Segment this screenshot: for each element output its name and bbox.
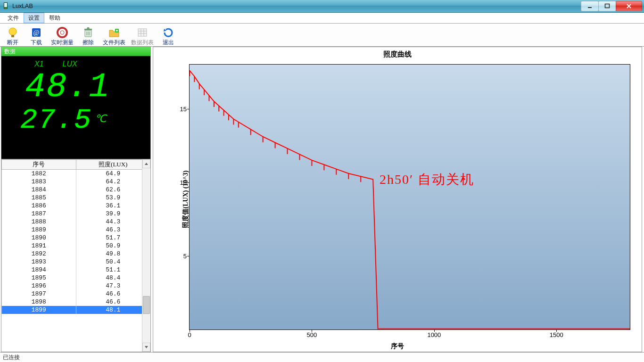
svg-rect-4 [605,4,610,8]
col-seq: 序号 [33,161,45,168]
svg-rect-3 [588,7,592,8]
exit-icon [162,26,174,39]
scroll-thumb[interactable] [143,296,150,314]
table-row[interactable]: 189051.7 [2,234,150,242]
chart-annotation: 2h50′ 自动关机 [380,171,474,189]
table-row[interactable]: 189548.4 [2,274,150,282]
menu-help[interactable]: 帮助 [44,13,65,23]
menu-settings[interactable]: 设置 [24,13,44,23]
table-row[interactable]: 189249.8 [2,250,150,258]
scroll-up-button[interactable] [142,159,150,168]
toolbar-datalist[interactable]: 数据列表 [131,26,154,46]
data-panel: 数据 X1 LUX 48.1 27.5 ℃ 序号 照度(LUX) [1,47,151,352]
table-row[interactable]: 188264.9 [2,170,150,178]
menu-file[interactable]: 文件 [3,13,24,23]
download-icon: @ [30,26,42,39]
svg-rect-14 [138,29,147,36]
table-row[interactable]: 188844.3 [2,218,150,226]
ytick: 5 [183,252,187,259]
lux-display: X1 LUX 48.1 27.5 ℃ [1,56,150,159]
toolbar-exit[interactable]: 退出 [159,26,177,46]
table-row[interactable]: 188553.9 [2,194,150,202]
display-temp-value: 27.5 [20,106,92,134]
statusbar: 已连接 [0,352,644,362]
xtick: 1500 [550,331,563,338]
table-row[interactable]: 189846.6 [2,298,150,306]
data-panel-header: 数据 [1,47,150,56]
window-close-button[interactable] [616,1,642,11]
xtick: 500 [307,331,317,338]
svg-rect-12 [84,29,92,30]
menubar: 文件 设置 帮助 [0,13,644,24]
lifebuoy-icon [56,26,68,39]
window-maximize-button[interactable] [598,1,616,11]
table-row[interactable]: 188462.6 [2,186,150,194]
toolbar-erase[interactable]: 擦除 [79,26,97,46]
toolbar-realtime[interactable]: 实时测量 [51,26,74,46]
table-row[interactable]: 188364.2 [2,178,150,186]
chart-plot-area: 51015050010001500 [189,64,630,330]
svg-text:@: @ [33,29,40,36]
svg-point-10 [60,31,64,34]
chart-panel: 照度曲线 照度值(LUX) (10^3) 序号 5101505001000150… [153,47,642,352]
svg-rect-6 [11,35,14,37]
toolbar-disconnect[interactable]: 断开 [4,26,22,46]
table-row[interactable]: 189350.4 [2,258,150,266]
chart-xlabel: 序号 [153,342,642,351]
window-minimize-button[interactable] [581,1,599,11]
xtick: 0 [188,331,191,338]
scroll-down-button[interactable] [142,343,150,352]
table-row[interactable]: 189150.9 [2,242,150,250]
svg-rect-1 [4,3,7,7]
table-row[interactable]: 188739.9 [2,210,150,218]
display-mode: X1 [34,60,44,68]
table-scrollbar[interactable] [142,159,150,352]
chart-line [190,65,630,329]
app-icon [2,2,9,10]
titlebar: LuxLAB [0,0,644,13]
display-lux-value: 48.1 [6,70,146,104]
table-row[interactable]: 188636.1 [2,202,150,210]
display-temp-unit: ℃ [95,113,107,125]
table-row[interactable]: 189746.6 [2,290,150,298]
table-row[interactable]: 189948.1 [2,306,150,314]
table-row[interactable]: 189451.1 [2,266,150,274]
xtick: 1000 [427,331,441,338]
table-icon [136,26,149,39]
toolbar-download[interactable]: @ 下载 [27,26,45,46]
svg-point-5 [9,28,17,35]
chart-title: 照度曲线 [153,50,642,59]
toolbar-filelist[interactable]: 文件列表 [103,26,125,46]
ytick: 15 [180,105,187,112]
data-table[interactable]: 序号 照度(LUX) 188264.9188364.2188462.618855… [1,159,150,314]
table-row[interactable]: 188946.3 [2,226,150,234]
bulb-icon [7,26,19,39]
status-text: 已连接 [3,354,20,362]
toolbar: 断开 @ 下载 实时测量 擦除 文件列表 数据列表 退出 [0,24,644,47]
display-unit: LUX [63,60,77,68]
trash-icon [82,26,94,39]
ytick: 10 [180,179,187,186]
table-row[interactable]: 189647.3 [2,282,150,290]
svg-rect-2 [4,8,7,8]
col-lux: 照度(LUX) [99,161,127,168]
window-title: LuxLAB [12,3,33,9]
folder-plus-icon [108,26,120,39]
